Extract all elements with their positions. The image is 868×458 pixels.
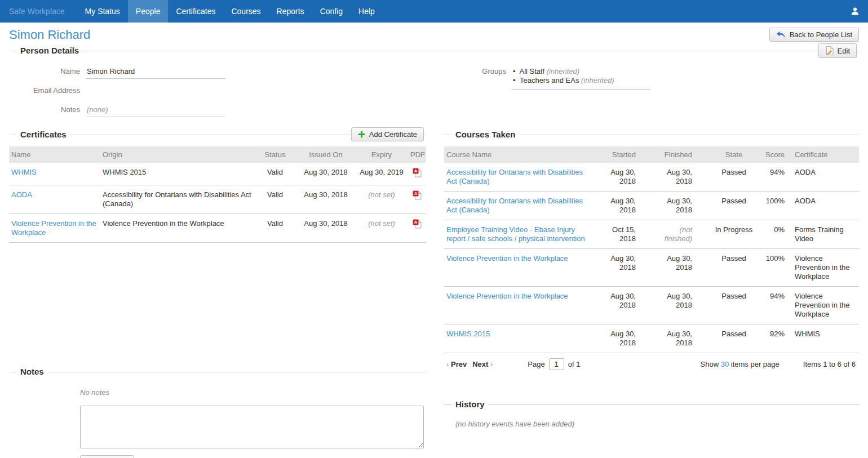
course-link[interactable]: Violence Prevention in the Workplace bbox=[446, 254, 568, 263]
course-link[interactable]: Accessibility for Ontarians with Disabil… bbox=[446, 197, 583, 214]
finished-cell: Aug 30, 2018 bbox=[648, 324, 707, 353]
no-notes-text: No notes bbox=[80, 388, 426, 397]
course-link[interactable]: Violence Prevention in the Workplace bbox=[446, 292, 568, 300]
person-details-form: Name Simon Richard Email Address Notes (… bbox=[9, 65, 426, 123]
courses-taken-legend: Courses Taken bbox=[451, 130, 519, 139]
nav-item-reports[interactable]: Reports bbox=[269, 0, 312, 23]
note-textarea[interactable] bbox=[80, 406, 424, 448]
certificate-row: Violence Prevention in the Workplace Vio… bbox=[9, 214, 426, 243]
prev-page-button[interactable]: ‹ Prev bbox=[446, 360, 467, 368]
nav-item-config[interactable]: Config bbox=[312, 0, 351, 23]
state-cell: Passed bbox=[707, 324, 761, 353]
certificate-cell: Forms Training Video bbox=[792, 220, 859, 249]
issued-cell: Aug 30, 2018 bbox=[296, 214, 355, 243]
nav-item-courses[interactable]: Courses bbox=[223, 0, 268, 23]
pdf-icon[interactable]: A bbox=[413, 219, 422, 229]
score-cell: 100% bbox=[761, 249, 792, 287]
course-link[interactable]: WHMIS 2015 bbox=[446, 330, 490, 338]
nav-item-my-status[interactable]: My Status bbox=[77, 0, 128, 23]
group-item: • Teachers and EAs (inherited) bbox=[513, 76, 649, 85]
nav-item-people[interactable]: People bbox=[128, 0, 169, 23]
groups-label: Groups bbox=[444, 65, 512, 90]
course-name-cell: Accessibility for Ontarians with Disabil… bbox=[444, 192, 594, 220]
group-name: Teachers and EAs bbox=[520, 76, 579, 85]
page-label: Page bbox=[528, 360, 544, 368]
person-groups: Groups • All Staff (inherited) • Teacher… bbox=[444, 65, 859, 123]
started-cell: Oct 15, 2018 bbox=[594, 220, 648, 249]
edit-button[interactable]: Edit bbox=[818, 43, 857, 58]
origin-cell: Accessibility for Ontarians with Disabil… bbox=[100, 185, 254, 214]
state-cell: Passed bbox=[707, 163, 761, 192]
col-certificate: Certificate bbox=[792, 146, 859, 163]
finished-cell: Aug 30, 2018 bbox=[648, 249, 707, 287]
page-of-label: of 1 bbox=[568, 360, 581, 368]
top-navbar: Safe Workplace My Status People Certific… bbox=[0, 0, 868, 23]
certificate-row: AODA Accessibility for Ontarians with Di… bbox=[9, 185, 426, 214]
state-cell: In Progress bbox=[707, 220, 761, 249]
score-cell: 92% bbox=[761, 324, 792, 353]
certificate-name-cell: WHMIS bbox=[9, 163, 100, 185]
course-link[interactable]: Employee Training Video - Ebase Injury r… bbox=[446, 225, 585, 243]
nav-item-certificates[interactable]: Certificates bbox=[168, 0, 223, 23]
items-range-label: Items 1 to 6 of 6 bbox=[803, 360, 856, 368]
course-row: Violence Prevention in the Workplace Aug… bbox=[444, 249, 859, 287]
score-cell: 94% bbox=[761, 163, 792, 192]
person-details-legend: Person Details bbox=[16, 46, 83, 55]
brand[interactable]: Safe Workplace bbox=[0, 0, 74, 23]
expiry-cell: (not set) bbox=[355, 214, 408, 243]
divider bbox=[9, 51, 859, 51]
history-empty-text: (no history events have been added) bbox=[444, 412, 859, 428]
plus-icon bbox=[358, 131, 365, 138]
history-section: History (no history events have been add… bbox=[444, 397, 859, 428]
col-pdf: PDF bbox=[408, 146, 426, 163]
col-issued: Issued On bbox=[296, 146, 355, 163]
nav-item-help[interactable]: Help bbox=[351, 0, 383, 23]
courses-taken-section: Courses Taken Course Name Started Finish… bbox=[444, 127, 859, 373]
right-column: Courses Taken Course Name Started Finish… bbox=[444, 127, 859, 458]
status-cell: Valid bbox=[254, 163, 296, 185]
add-certificate-button[interactable]: Add Certificate bbox=[351, 127, 424, 141]
name-value: Simon Richard bbox=[86, 65, 225, 79]
expiry-cell: Aug 30, 2019 bbox=[355, 163, 408, 185]
per-page-link[interactable]: 30 bbox=[721, 360, 729, 368]
pdf-icon[interactable]: A bbox=[413, 190, 422, 200]
next-page-button[interactable]: Next › bbox=[472, 360, 493, 368]
add-note-button[interactable]: Add note bbox=[80, 455, 134, 458]
score-cell: 0% bbox=[761, 220, 792, 249]
score-cell: 100% bbox=[761, 192, 792, 220]
certificate-cell: Violence Prevention in the Workplace bbox=[792, 249, 859, 287]
courses-pagination: ‹ Prev Next › Page of 1 Show 30 items pe… bbox=[444, 353, 859, 373]
courses-header-row: Course Name Started Finished State Score… bbox=[444, 146, 859, 163]
certificate-cell: Violence Prevention in the Workplace bbox=[792, 287, 859, 324]
notes-legend: Notes bbox=[16, 367, 48, 376]
certificates-section: Certificates Add Certificate Name Origin… bbox=[9, 127, 426, 243]
col-score: Score bbox=[761, 146, 792, 163]
svg-text:A: A bbox=[414, 220, 418, 225]
certificate-row: WHMIS WHMIS 2015 Valid Aug 30, 2018 Aug … bbox=[9, 163, 426, 185]
certificate-link[interactable]: AODA bbox=[11, 190, 32, 199]
back-to-people-list-button[interactable]: Back to People List bbox=[769, 28, 859, 42]
svg-text:A: A bbox=[414, 191, 418, 196]
certificate-cell: AODA bbox=[792, 163, 859, 192]
pdf-cell: A bbox=[408, 163, 426, 185]
col-name: Name bbox=[9, 146, 100, 163]
state-cell: Passed bbox=[707, 287, 761, 324]
course-name-cell: Violence Prevention in the Workplace bbox=[444, 249, 594, 287]
certificate-name-cell: AODA bbox=[9, 185, 100, 214]
issued-cell: Aug 30, 2018 bbox=[296, 185, 355, 214]
pdf-icon[interactable]: A bbox=[413, 168, 422, 177]
course-link[interactable]: Accessibility for Ontarians with Disabil… bbox=[446, 168, 583, 185]
status-cell: Valid bbox=[254, 185, 296, 214]
started-cell: Aug 30, 2018 bbox=[594, 163, 648, 192]
certificate-link[interactable]: Violence Prevention in the Workplace bbox=[11, 219, 96, 237]
user-account-icon[interactable] bbox=[842, 0, 868, 23]
notes-label: Notes bbox=[9, 104, 86, 117]
pdf-cell: A bbox=[408, 214, 426, 243]
col-finished: Finished bbox=[648, 146, 707, 163]
certificate-link[interactable]: WHMIS bbox=[11, 168, 37, 176]
state-cell: Passed bbox=[707, 192, 761, 220]
started-cell: Aug 30, 2018 bbox=[594, 192, 648, 220]
col-started: Started bbox=[594, 146, 648, 163]
page-number-input[interactable] bbox=[549, 358, 564, 370]
finished-cell: Aug 30, 2018 bbox=[648, 192, 707, 220]
